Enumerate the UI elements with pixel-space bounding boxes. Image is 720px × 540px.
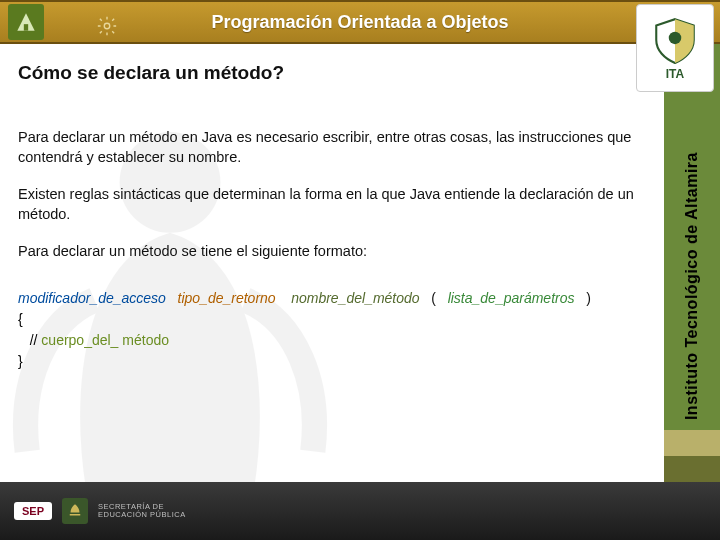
svg-rect-1: [24, 24, 28, 30]
token-open-brace: {: [18, 309, 644, 330]
paragraph-1: Para declarar un método en Java es neces…: [18, 128, 644, 167]
institutos-label: Institutos Tecnológicos: [8, 42, 88, 51]
token-lparen: (: [431, 290, 436, 306]
footer-ministry-text: SECRETARÍA DE EDUCACIÓN PÚBLICA: [98, 503, 186, 520]
token-rparen: ): [586, 290, 591, 306]
paragraph-2: Existen reglas sintácticas que determina…: [18, 185, 644, 224]
svg-point-3: [669, 32, 682, 44]
paragraph-3: Para declarar un método se tiene el sigu…: [18, 242, 644, 262]
sidebar-khaki-block: [664, 430, 720, 456]
svg-point-2: [105, 23, 111, 29]
slide-body: Para declarar un método en Java es neces…: [0, 110, 662, 372]
sep-green-logo: Institutos Tecnológicos: [8, 4, 88, 51]
gear-icon: [96, 15, 118, 41]
token-params: lista_de_parámetros: [448, 290, 575, 306]
token-close-brace: }: [18, 351, 644, 372]
right-sidebar: Instituto Tecnológico de Altamira: [664, 44, 720, 482]
token-return-type: tipo_de_retorno: [178, 290, 276, 306]
slide-subtitle: Cómo se declara un método?: [18, 62, 720, 84]
token-comment-slashes: //: [18, 332, 41, 348]
footer-sep-logo: SEP: [14, 502, 52, 520]
header-title: Programación Orientada a Objetos: [211, 12, 508, 33]
ita-abbrev: ITA: [666, 67, 684, 81]
sidebar-olive-block: [664, 456, 720, 482]
ita-shield: ITA: [636, 4, 714, 92]
footer-line2: EDUCACIÓN PÚBLICA: [98, 511, 186, 519]
header-left-logos: Institutos Tecnológicos: [8, 4, 118, 51]
footer-bar: SEP SECRETARÍA DE EDUCACIÓN PÚBLICA: [0, 482, 720, 540]
header-bar: Institutos Tecnológicos Programación Ori…: [0, 0, 720, 44]
sidebar-text: Instituto Tecnológico de Altamira: [683, 152, 701, 420]
token-modifier: modificador_de_acceso: [18, 290, 166, 306]
token-body-comment: cuerpo_del_ método: [41, 332, 169, 348]
method-syntax: modificador_de_acceso tipo_de_retorno no…: [18, 288, 644, 372]
eagle-icon: [62, 498, 88, 524]
sidebar-green: Instituto Tecnológico de Altamira: [664, 44, 720, 430]
token-method-name: nombre_del_método: [291, 290, 419, 306]
